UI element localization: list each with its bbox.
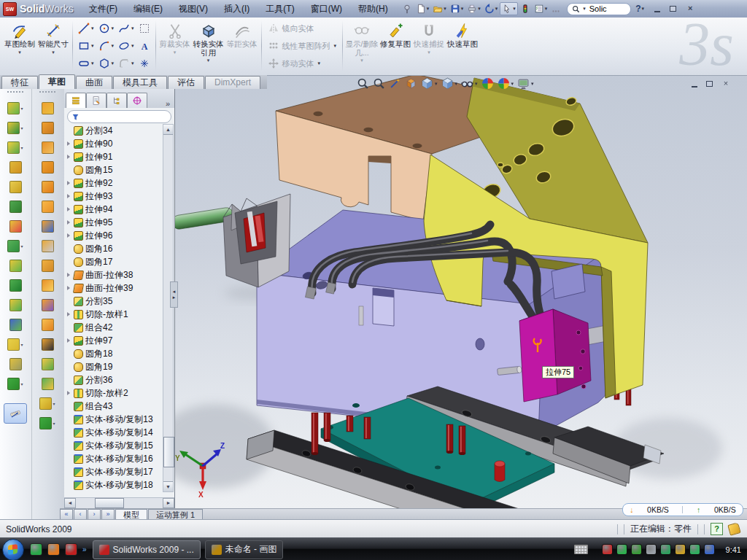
revolved-surface-button[interactable] <box>32 118 63 138</box>
input-method-keyboard-icon[interactable] <box>574 545 588 554</box>
tree-item[interactable]: 拉伸97 <box>66 334 164 347</box>
go-next-button[interactable]: › <box>88 509 101 520</box>
sketch-tool-spline[interactable]: ▾ <box>117 20 136 37</box>
tree-item[interactable]: 组合43 <box>66 400 164 413</box>
expand-arrow-icon[interactable] <box>66 312 71 316</box>
quick-launch-suite-icon[interactable] <box>47 543 60 556</box>
delete-body-button[interactable]: ▾ <box>0 335 31 354</box>
lofted-boss-button[interactable] <box>0 177 31 197</box>
knit-surface-button[interactable] <box>32 276 63 295</box>
dropdown-caret-icon[interactable]: ▾ <box>318 61 321 66</box>
dropdown-caret-icon[interactable]: ▾ <box>511 81 514 87</box>
scroll-right-arrow[interactable]: ► <box>163 498 174 508</box>
tree-item[interactable]: 实体-移动/复制17 <box>66 465 164 478</box>
graphics-area[interactable] <box>173 75 747 508</box>
apply-scene-button[interactable]: ▾ <box>497 77 515 90</box>
tree-item[interactable]: 分割36 <box>66 373 164 386</box>
tree-item[interactable]: 实体-移动/复制16 <box>66 452 164 465</box>
tree-item[interactable]: 拉伸90 <box>66 137 164 150</box>
quick-launch-messenger-icon[interactable] <box>30 543 42 556</box>
tab-dimxpert-manager[interactable] <box>127 93 147 108</box>
tray-security-alert-icon[interactable] <box>602 544 613 555</box>
search-input[interactable] <box>588 4 624 14</box>
sketch-tool-circle[interactable]: ▾ <box>97 20 116 37</box>
ribbon-button-pattern[interactable]: 线性草图阵列▾ <box>266 38 339 54</box>
edit-appearance-button[interactable] <box>481 77 495 90</box>
status-help-icon[interactable]: ? <box>711 523 723 535</box>
app-restore-button[interactable] <box>667 4 678 13</box>
tree-item[interactable]: 组合42 <box>66 321 164 334</box>
zoom-area-button[interactable] <box>372 77 386 90</box>
tab-模具工具[interactable]: 模具工具 <box>113 76 167 89</box>
dropdown-caret-icon[interactable]: ▾ <box>478 6 481 12</box>
ribbon-button-trim[interactable]: 剪裁实体▾ <box>158 19 192 73</box>
tree-item[interactable]: 拉伸92 <box>66 176 164 190</box>
trim-surface-button[interactable] <box>32 295 63 315</box>
doc-close-button[interactable]: × <box>721 79 731 88</box>
tree-item[interactable]: 切除-放样1 <box>66 308 164 321</box>
expand-arrow-icon[interactable] <box>66 207 71 211</box>
go-previous-button[interactable]: ‹ <box>74 509 87 520</box>
ribbon-button-dim[interactable]: 智能尺寸▾ <box>36 19 70 73</box>
menu-item-3[interactable]: 插入(I) <box>216 3 258 15</box>
dropdown-caret-icon[interactable]: ▾ <box>495 6 498 12</box>
dropdown-caret-icon[interactable]: ▾ <box>545 6 548 12</box>
rebuild-button[interactable] <box>519 3 532 15</box>
overflow-button[interactable] <box>549 3 562 15</box>
dropdown-caret-icon[interactable]: ▾ <box>20 244 23 249</box>
help-button[interactable]: ? <box>635 4 640 14</box>
options-button[interactable]: ▾ <box>533 3 549 15</box>
dropdown-caret-icon[interactable]: ▾ <box>91 26 94 31</box>
select-button[interactable]: ▾ <box>500 2 518 15</box>
dropdown-caret-icon[interactable]: ▾ <box>131 61 134 66</box>
split-button[interactable] <box>0 295 31 315</box>
dropdown-caret-icon[interactable]: ▾ <box>475 81 478 87</box>
tray-network-warning-icon[interactable] <box>675 544 686 555</box>
swept-boss-button[interactable] <box>0 158 31 177</box>
fillet-button[interactable]: ▾ <box>0 138 31 158</box>
menu-item-4[interactable]: 工具(T) <box>258 3 302 15</box>
quick-launch-solidworks-icon[interactable] <box>65 543 77 556</box>
dropdown-caret-icon[interactable]: ▾ <box>131 43 134 49</box>
filled-surface-button[interactable] <box>32 256 63 276</box>
taskbar-button[interactable]: 未命名 - 画图 <box>205 540 284 559</box>
parting-surface-button[interactable]: ▾ <box>32 394 63 413</box>
sketch-tool-slot[interactable]: ▾ <box>77 55 96 72</box>
dropdown-caret-icon[interactable]: ▾ <box>435 81 438 87</box>
new-document-button[interactable]: ▾ <box>414 3 431 15</box>
ribbon-button-pencil[interactable]: 草图绘制▾ <box>3 19 36 73</box>
tree-item[interactable]: 圆角16 <box>66 242 164 255</box>
tray-sync-icon[interactable] <box>704 544 715 555</box>
expand-arrow-icon[interactable] <box>66 338 71 343</box>
dropdown-caret-icon[interactable]: ▾ <box>20 106 23 111</box>
offset-surface-button[interactable] <box>32 217 63 236</box>
tree-item[interactable]: 分割34 <box>66 124 164 137</box>
dropdown-caret-icon[interactable]: ▾ <box>53 401 55 406</box>
scroll-up-arrow[interactable]: ▲ <box>163 125 173 135</box>
dropdown-caret-icon[interactable]: ▾ <box>360 58 363 63</box>
undo-button[interactable]: ▾ <box>483 3 500 15</box>
menu-item-2[interactable]: 视图(V) <box>171 3 216 15</box>
sketch-tool-line[interactable]: ▾ <box>77 20 96 37</box>
ribbon-button-rel[interactable]: 显示/删除几...▾ <box>345 19 379 73</box>
tree-item[interactable]: 曲面-拉伸39 <box>66 281 164 295</box>
dropdown-caret-icon[interactable]: ▾ <box>427 50 430 55</box>
boundary-surface-button[interactable] <box>32 177 63 197</box>
dropdown-caret-icon[interactable]: ▾ <box>427 6 430 12</box>
dropdown-caret-icon[interactable]: ▾ <box>18 50 21 55</box>
sketch-tool-arc[interactable]: ▾ <box>97 37 116 55</box>
print-button[interactable]: ▾ <box>465 3 482 15</box>
dropdown-caret-icon[interactable]: ▾ <box>91 43 94 49</box>
sketch-tool-rect[interactable]: ▾ <box>77 37 96 55</box>
tray-shield-plus-icon[interactable] <box>689 544 700 555</box>
search-box[interactable]: ▾ <box>567 3 631 15</box>
tree-item[interactable]: 圆角17 <box>66 255 164 268</box>
tray-antivirus-icon[interactable] <box>616 544 627 555</box>
dropdown-caret-icon[interactable]: ▾ <box>444 6 446 12</box>
extend-surface-button[interactable] <box>32 315 63 335</box>
expand-arrow-icon[interactable] <box>66 155 71 159</box>
menu-item-6[interactable]: 帮助(H) <box>350 3 396 15</box>
dropdown-caret-icon[interactable]: ▾ <box>20 145 23 150</box>
panel-tab-overflow[interactable]: » <box>163 99 173 108</box>
revolved-boss-button[interactable]: ▾ <box>0 118 31 138</box>
